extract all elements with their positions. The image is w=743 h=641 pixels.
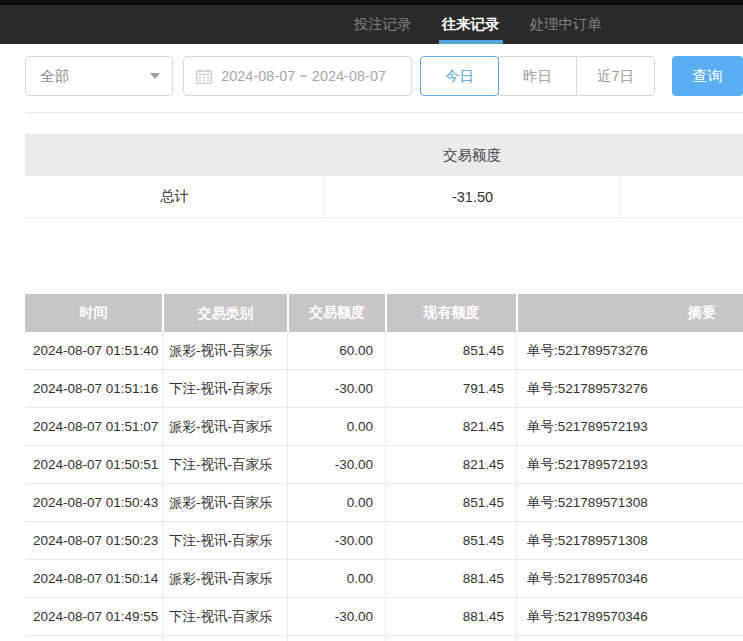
table-row: 2024-08-07 01:49:55 下注-视讯-百家乐 -30.00 881… bbox=[25, 598, 743, 636]
cell-amount: 0.00 bbox=[287, 408, 385, 445]
today-button-label: 今日 bbox=[445, 67, 474, 86]
type-select[interactable]: 全部 bbox=[25, 56, 173, 96]
tab-processing-orders[interactable]: 处理中订单 bbox=[530, 5, 603, 44]
column-header-summary: 摘要 bbox=[516, 294, 743, 332]
table-row: 2024-08-07 01:50:43 派彩-视讯-百家乐 0.00 851.4… bbox=[25, 484, 743, 522]
chevron-down-icon bbox=[150, 73, 160, 79]
cell-amount: -30.00 bbox=[287, 446, 385, 483]
cell-balance: 791.45 bbox=[385, 370, 516, 407]
yesterday-button-label: 昨日 bbox=[523, 67, 552, 86]
cell-time: 2024-08-07 01:50:43 bbox=[25, 484, 162, 521]
date-range-input[interactable]: 2024-08-07 ~ 2024-08-07 bbox=[183, 56, 412, 96]
top-navbar: 投注记录 往来记录 处理中订单 bbox=[0, 5, 743, 44]
summary-table-header: 交易额度 bbox=[25, 134, 743, 176]
table-row-partial bbox=[25, 636, 743, 641]
table-row: 2024-08-07 01:51:16 下注-视讯-百家乐 -30.00 791… bbox=[25, 370, 743, 408]
search-button[interactable]: 查询 bbox=[672, 56, 743, 96]
cell-time: 2024-08-07 01:51:40 bbox=[25, 332, 162, 369]
table-row: 2024-08-07 01:51:07 派彩-视讯-百家乐 0.00 821.4… bbox=[25, 408, 743, 446]
last7days-button-label: 近7日 bbox=[597, 67, 634, 86]
column-header-category: 交易类别 bbox=[162, 294, 287, 332]
last7days-button[interactable]: 近7日 bbox=[576, 56, 655, 96]
cell-time: 2024-08-07 01:51:16 bbox=[25, 370, 162, 407]
today-button[interactable]: 今日 bbox=[420, 56, 499, 96]
cell-amount: 60.00 bbox=[287, 332, 385, 369]
tab-label: 处理中订单 bbox=[530, 15, 603, 34]
table-row: 2024-08-07 01:50:14 派彩-视讯-百家乐 0.00 881.4… bbox=[25, 560, 743, 598]
column-header-balance: 现有额度 bbox=[385, 294, 516, 332]
cell-category: 派彩-视讯-百家乐 bbox=[162, 332, 287, 369]
active-tab-underline bbox=[439, 40, 503, 44]
filter-toolbar: 全部 2024-08-07 ~ 2024-08-07 今日 昨日 近7日 查询 bbox=[25, 56, 743, 96]
records-table-header: 时间 交易类别 交易额度 现有额度 摘要 bbox=[25, 294, 743, 332]
column-header-amount: 交易额度 bbox=[287, 294, 385, 332]
yesterday-button[interactable]: 昨日 bbox=[498, 56, 577, 96]
cell-summary: 单号:521789572193 bbox=[516, 408, 743, 445]
records-table: 时间 交易类别 交易额度 现有额度 摘要 2024-08-07 01:51:40… bbox=[25, 294, 743, 641]
cell-category: 下注-视讯-百家乐 bbox=[162, 522, 287, 559]
column-header-time: 时间 bbox=[25, 294, 162, 332]
cell-summary: 单号:521789573276 bbox=[516, 332, 743, 369]
cell-time: 2024-08-07 01:49:55 bbox=[25, 598, 162, 635]
summary-header-amount: 交易额度 bbox=[324, 134, 620, 176]
cell-category: 派彩-视讯-百家乐 bbox=[162, 408, 287, 445]
cell-category: 派彩-视讯-百家乐 bbox=[162, 560, 287, 597]
table-row: 2024-08-07 01:51:40 派彩-视讯-百家乐 60.00 851.… bbox=[25, 332, 743, 370]
cell-time: 2024-08-07 01:50:23 bbox=[25, 522, 162, 559]
summary-total-label: 总计 bbox=[25, 176, 324, 217]
cell-amount: -30.00 bbox=[287, 522, 385, 559]
cell-balance: 851.45 bbox=[385, 332, 516, 369]
cell-amount: 0.00 bbox=[287, 560, 385, 597]
summary-header-extra bbox=[620, 134, 743, 176]
cell-balance: 821.45 bbox=[385, 446, 516, 483]
tab-label: 往来记录 bbox=[442, 15, 500, 34]
quick-range-group: 今日 昨日 近7日 bbox=[420, 56, 655, 96]
calendar-icon bbox=[196, 69, 212, 84]
cell-summary: 单号:521789572193 bbox=[516, 446, 743, 483]
cell-balance: 851.45 bbox=[385, 484, 516, 521]
summary-total-extra bbox=[620, 176, 743, 217]
cell-summary: 单号:521789571308 bbox=[516, 484, 743, 521]
cell-balance: 821.45 bbox=[385, 408, 516, 445]
cell-amount: -30.00 bbox=[287, 370, 385, 407]
type-select-value: 全部 bbox=[40, 67, 69, 86]
cell-summary: 单号:521789570346 bbox=[516, 598, 743, 635]
cell-amount: -30.00 bbox=[287, 598, 385, 635]
cell-amount: 0.00 bbox=[287, 484, 385, 521]
cell-summary: 单号:521789570346 bbox=[516, 560, 743, 597]
summary-table: 交易额度 总计 -31.50 bbox=[25, 134, 743, 218]
summary-header-blank bbox=[25, 134, 324, 176]
cell-summary: 单号:521789571308 bbox=[516, 522, 743, 559]
cell-time: 2024-08-07 01:50:14 bbox=[25, 560, 162, 597]
summary-total-row: 总计 -31.50 bbox=[25, 176, 743, 218]
tab-label: 投注记录 bbox=[354, 15, 412, 34]
section-divider bbox=[25, 112, 743, 113]
summary-total-amount: -31.50 bbox=[324, 176, 620, 217]
tab-bet-records[interactable]: 投注记录 bbox=[354, 5, 412, 44]
cell-category: 下注-视讯-百家乐 bbox=[162, 598, 287, 635]
table-row: 2024-08-07 01:50:51 下注-视讯-百家乐 -30.00 821… bbox=[25, 446, 743, 484]
cell-category: 派彩-视讯-百家乐 bbox=[162, 484, 287, 521]
table-row: 2024-08-07 01:50:23 下注-视讯-百家乐 -30.00 851… bbox=[25, 522, 743, 560]
cell-summary: 单号:521789573276 bbox=[516, 370, 743, 407]
tab-transaction-records[interactable]: 往来记录 bbox=[442, 5, 500, 44]
cell-time: 2024-08-07 01:50:51 bbox=[25, 446, 162, 483]
cell-category: 下注-视讯-百家乐 bbox=[162, 370, 287, 407]
cell-category: 下注-视讯-百家乐 bbox=[162, 446, 287, 483]
date-range-value: 2024-08-07 ~ 2024-08-07 bbox=[221, 68, 386, 84]
cell-balance: 851.45 bbox=[385, 522, 516, 559]
cell-balance: 881.45 bbox=[385, 598, 516, 635]
cell-time: 2024-08-07 01:51:07 bbox=[25, 408, 162, 445]
cell-balance: 881.45 bbox=[385, 560, 516, 597]
